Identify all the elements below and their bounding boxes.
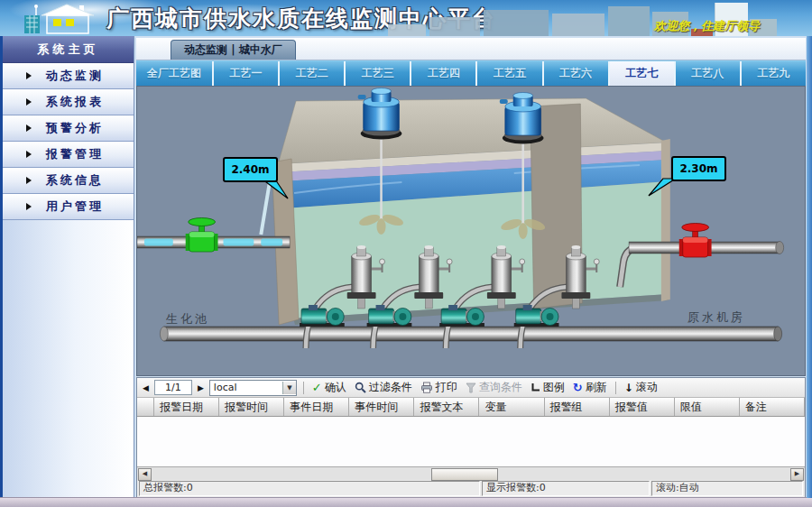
- alarm-source-select[interactable]: local ▼: [209, 380, 297, 396]
- scroll-left-button[interactable]: ◀: [138, 468, 152, 481]
- check-icon: ✓: [312, 381, 322, 394]
- process-tab-8[interactable]: 工艺八: [676, 61, 742, 86]
- magnifier-icon: [355, 382, 366, 393]
- process-tab-4[interactable]: 工艺四: [411, 61, 477, 86]
- page-indicator: 1/1: [154, 380, 192, 395]
- sidebar-item-warning-analysis[interactable]: 预警分析: [3, 115, 134, 142]
- main-bottom-pipe: [160, 327, 781, 341]
- column-alarm-value[interactable]: 报警值: [610, 398, 675, 416]
- alarm-source-value: local: [210, 382, 282, 393]
- sidebar-item-alarm-management[interactable]: 报警管理: [3, 142, 134, 168]
- scada-scene[interactable]: [137, 87, 805, 375]
- funnel-icon: [466, 383, 476, 393]
- refresh-button[interactable]: ↻ 刷新: [571, 380, 609, 395]
- process-tab-5[interactable]: 工艺五: [477, 61, 543, 86]
- process-tab-6[interactable]: 工艺六: [544, 61, 610, 86]
- process-tab-7-active[interactable]: 工艺七: [610, 61, 676, 86]
- window-right-border: [807, 36, 812, 498]
- window-bottom-border: [0, 497, 812, 507]
- alarm-panel: ◀ 1/1 ▶ local ▼ ✓ 确认 过滤条件: [136, 377, 806, 498]
- chevron-down-icon[interactable]: ▼: [282, 382, 296, 394]
- column-alarm-time[interactable]: 报警时间: [219, 398, 284, 416]
- welcome-text: 欢迎您，住建厅领导: [654, 18, 760, 34]
- app-window: 广西城市供水水质在线监测中心平台 欢迎您，住建厅领导 系统主页 动态监测 系统报…: [0, 0, 812, 507]
- app-header: 广西城市供水水质在线监测中心平台 欢迎您，住建厅领导: [0, 0, 812, 36]
- status-total-alarms: 总报警数:0: [139, 481, 480, 496]
- legend-button[interactable]: 图例: [529, 380, 567, 395]
- row-selector-column: [137, 398, 154, 416]
- process-tab-1[interactable]: 工艺一: [214, 61, 280, 86]
- sidebar-item-dynamic-monitoring[interactable]: 动态监测: [3, 63, 134, 89]
- acknowledge-button[interactable]: ✓ 确认: [310, 380, 348, 395]
- alarm-table-body[interactable]: [137, 417, 805, 466]
- sidebar-item-user-management[interactable]: 用户管理: [3, 194, 134, 220]
- legend-icon: [531, 383, 540, 392]
- print-button[interactable]: 打印: [419, 380, 459, 395]
- column-event-date[interactable]: 事件日期: [284, 398, 349, 416]
- prev-page-button[interactable]: ◀: [142, 383, 150, 392]
- column-alarm-group[interactable]: 报警组: [545, 398, 610, 416]
- filter-conditions-button[interactable]: 过滤条件: [353, 380, 414, 395]
- query-conditions-button[interactable]: 查询条件: [464, 380, 524, 395]
- process-tab-2[interactable]: 工艺二: [280, 61, 346, 86]
- arrow-right-icon: [26, 177, 32, 184]
- refresh-icon: ↻: [573, 381, 583, 394]
- sidebar-item-system-reports[interactable]: 系统报表: [3, 89, 134, 115]
- column-event-time[interactable]: 事件时间: [349, 398, 414, 416]
- level-readout-right: 2.30m: [671, 156, 726, 181]
- column-remarks[interactable]: 备注: [740, 398, 805, 416]
- arrow-right-icon: [26, 203, 32, 210]
- scrollbar-thumb[interactable]: [431, 468, 498, 481]
- alarm-statusbar: 总报警数:0 显示报警数:0 滚动:自动: [137, 480, 805, 497]
- scroll-button[interactable]: ↓ 滚动: [623, 380, 660, 395]
- view-tab-plant[interactable]: 动态监测 | 城中水厂: [171, 40, 296, 60]
- process-tabbar: 全厂工艺图 工艺一 工艺二 工艺三 工艺四 工艺五 工艺六 工艺七 工艺八 工艺…: [136, 60, 806, 86]
- main-content: 动态监测 | 城中水厂 全厂工艺图 工艺一 工艺二 工艺三 工艺四 工艺五 工艺…: [134, 36, 806, 498]
- app-logo-icon: [23, 2, 99, 35]
- biochemical-tanks: [261, 98, 670, 325]
- column-variable[interactable]: 变量: [479, 398, 544, 416]
- column-limit-value[interactable]: 限值: [675, 398, 740, 416]
- level-readout-left: 2.40m: [223, 157, 278, 182]
- scroll-right-button[interactable]: ▶: [790, 468, 804, 481]
- process-tab-3[interactable]: 工艺三: [346, 61, 411, 86]
- next-page-button[interactable]: ▶: [197, 383, 205, 392]
- label-biochemical-pool: 生化池: [166, 311, 209, 327]
- view-tabstrip: 动态监测 | 城中水厂: [136, 38, 806, 60]
- arrow-down-icon: ↓: [624, 382, 633, 394]
- status-scroll-mode: 滚动:自动: [651, 481, 803, 496]
- column-alarm-text[interactable]: 报警文本: [414, 398, 479, 416]
- arrow-right-icon: [26, 72, 32, 79]
- column-alarm-date[interactable]: 报警日期: [154, 398, 219, 416]
- arrow-right-icon: [26, 98, 32, 106]
- alarm-table-header: 报警日期 报警时间 事件日期 事件时间 报警文本 变量 报警组 报警值 限值 备…: [137, 398, 805, 417]
- process-tab-9[interactable]: 工艺九: [742, 61, 806, 86]
- label-raw-water-room: 原水机房: [687, 309, 745, 326]
- alarm-toolbar: ◀ 1/1 ▶ local ▼ ✓ 确认 过滤条件: [137, 378, 805, 398]
- sidebar-item-system-info[interactable]: 系统信息: [3, 168, 134, 194]
- status-shown-alarms: 显示报警数:0: [482, 481, 650, 496]
- printer-icon: [420, 382, 433, 393]
- process-tab-overview[interactable]: 全厂工艺图: [136, 61, 214, 86]
- sidebar: 系统主页 动态监测 系统报表 预警分析 报警管理 系统信息: [0, 36, 134, 498]
- scada-view: 2.40m 2.30m 生化池 原水机房: [136, 86, 806, 376]
- arrow-right-icon: [26, 151, 32, 158]
- sidebar-home[interactable]: 系统主页: [3, 36, 134, 63]
- arrow-right-icon: [26, 124, 32, 132]
- horizontal-scrollbar[interactable]: ◀ ▶: [137, 466, 805, 480]
